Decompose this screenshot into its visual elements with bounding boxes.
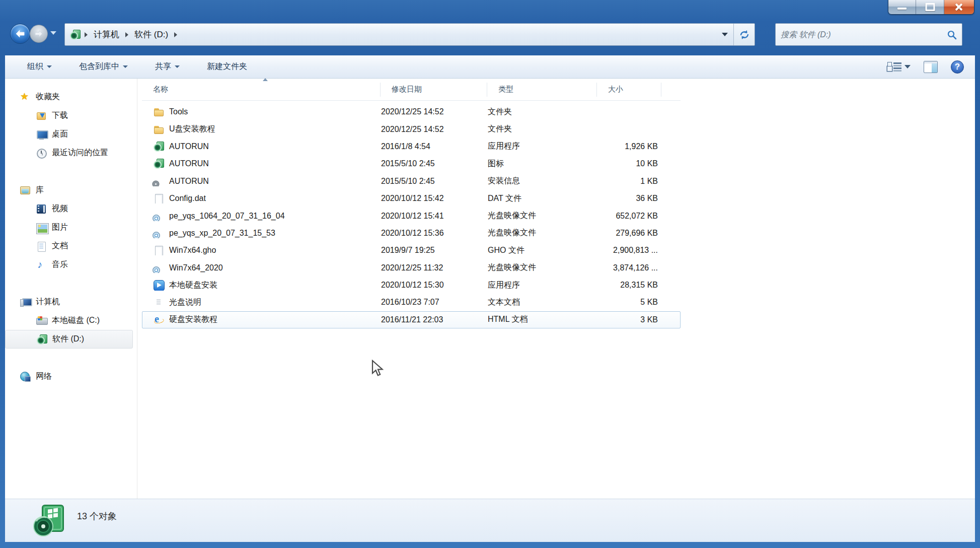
toolbar-items: 组织 包含到库中 共享 新建文件夹 — [5, 58, 252, 75]
file-size: 1 KB — [597, 177, 662, 186]
file-list: 名称 修改日期 类型 大小 — [142, 79, 681, 328]
column-header-label: 名称 — [153, 85, 168, 94]
table-row[interactable]: Tools 2020/12/25 14:52 文件夹 — [142, 103, 681, 120]
toolbar-button[interactable]: 组织 — [22, 58, 57, 75]
sidebar-item[interactable]: 音乐 — [5, 255, 137, 274]
toolbar-button[interactable]: 新建文件夹 — [202, 58, 252, 75]
file-date: 2020/10/12 15:42 — [381, 194, 488, 203]
table-row[interactable]: Win7x64.gho 2019/9/7 19:25 GHO 文件 2,900,… — [142, 242, 681, 259]
sidebar-item[interactable]: 软件 (D:) — [5, 330, 133, 349]
file-date: 2016/1/8 4:54 — [381, 142, 488, 151]
toolbar-button[interactable]: 共享 — [150, 58, 185, 75]
toolbar-button[interactable]: 包含到库中 — [74, 58, 133, 75]
file-name: AUTORUN — [169, 177, 209, 186]
file-date: 2020/12/25 14:52 — [381, 125, 488, 134]
sidebar-item[interactable]: 网络 — [5, 367, 137, 386]
close-button[interactable] — [944, 0, 974, 14]
sidebar-item-icon — [36, 204, 47, 214]
file-type: 图标 — [488, 159, 597, 169]
help-icon[interactable]: ? — [951, 60, 964, 74]
item-count-label: 13 个对象 — [77, 510, 117, 522]
sidebar-item[interactable]: 图片 — [5, 218, 137, 237]
sidebar-item[interactable]: 最近访问的位置 — [5, 144, 137, 162]
sidebar-item[interactable]: 收藏夹 — [5, 88, 137, 106]
sidebar-item-label: 音乐 — [52, 259, 68, 270]
column-header[interactable]: 大小 — [597, 83, 661, 97]
sidebar-item[interactable]: 视频 — [5, 199, 137, 218]
file-name: 本地硬盘安装 — [169, 280, 217, 291]
file-name: U盘安装教程 — [169, 124, 215, 134]
table-row[interactable]: AUTORUN 2015/5/10 2:45 安装信息 1 KB — [142, 173, 681, 190]
file-name: 光盘说明 — [169, 297, 201, 308]
address-bar[interactable]: 计算机 软件 (D:) — [64, 23, 755, 46]
status-bar: 13 个对象 — [5, 499, 975, 542]
file-size: 5 KB — [597, 298, 662, 307]
sidebar-item[interactable]: 本地磁盘 (C:) — [5, 311, 137, 330]
file-type-icon — [154, 228, 164, 238]
sidebar-item[interactable]: 库 — [5, 181, 137, 199]
breadcrumb-arrow-icon — [85, 32, 88, 37]
file-name: 硬盘安装教程 — [169, 314, 217, 325]
preview-pane-button[interactable] — [924, 61, 938, 73]
file-name: AUTORUN — [169, 142, 209, 151]
table-row[interactable]: AUTORUN 2015/5/10 2:45 图标 10 KB — [142, 155, 681, 172]
sidebar-item-label: 计算机 — [36, 297, 60, 307]
file-date: 2020/10/12 15:30 — [381, 281, 488, 290]
file-type: HTML 文档 — [488, 314, 597, 325]
breadcrumb-arrow-icon[interactable] — [174, 32, 177, 37]
breadcrumb-segment[interactable]: 计算机 — [92, 29, 121, 40]
change-view-button[interactable] — [887, 61, 902, 73]
file-type: 光盘映像文件 — [488, 228, 597, 238]
recent-pages-chevron-icon[interactable] — [50, 31, 56, 35]
table-row[interactable]: Config.dat 2020/10/12 15:42 DAT 文件 36 KB — [142, 190, 681, 207]
sidebar-item-label: 本地磁盘 (C:) — [52, 315, 100, 326]
table-row[interactable]: 光盘说明 2016/10/23 7:07 文本文档 5 KB — [142, 294, 681, 311]
file-date: 2020/10/12 15:36 — [381, 229, 488, 238]
view-options-chevron-icon[interactable] — [904, 65, 911, 68]
command-toolbar: 组织 包含到库中 共享 新建文件夹 — [5, 55, 975, 79]
table-row[interactable]: pe_yqs_xp_20_07_31_15_53 2020/10/12 15:3… — [142, 225, 681, 242]
address-dropdown-icon[interactable] — [717, 24, 732, 45]
sort-ascending-icon[interactable] — [263, 78, 268, 81]
file-name: Win7x64.gho — [169, 246, 216, 255]
file-name: pe_yqs_1064_20_07_31_16_04 — [169, 212, 285, 221]
table-row[interactable]: 硬盘安装教程 2016/11/21 22:03 HTML 文档 3 KB — [142, 311, 681, 328]
drive-d-large-icon — [31, 503, 66, 538]
forward-button[interactable] — [30, 25, 48, 43]
sidebar-item-icon — [36, 111, 47, 121]
table-row[interactable]: U盘安装教程 2020/12/25 14:52 文件夹 — [142, 120, 681, 138]
search-input[interactable] — [776, 24, 947, 45]
sidebar-item-label: 视频 — [52, 203, 68, 214]
file-date: 2015/5/10 2:45 — [381, 159, 488, 168]
column-header-label: 大小 — [608, 85, 623, 94]
breadcrumb-segment[interactable]: 软件 (D:) — [132, 29, 170, 40]
file-size: 10 KB — [597, 159, 662, 168]
refresh-button[interactable] — [733, 24, 755, 45]
column-header[interactable]: 类型 — [487, 83, 597, 97]
sidebar-item-icon — [20, 92, 31, 102]
table-row[interactable]: 本地硬盘安装 2020/10/12 15:30 应用程序 28,315 KB — [142, 277, 681, 294]
minimize-button[interactable] — [888, 0, 916, 14]
table-row[interactable]: AUTORUN 2016/1/8 4:54 应用程序 1,926 KB — [142, 138, 681, 155]
sidebar-item[interactable]: 计算机 — [5, 293, 137, 311]
drive-d-icon — [70, 30, 81, 40]
sidebar-item-label: 库 — [36, 185, 44, 195]
file-type: 文件夹 — [488, 107, 597, 117]
table-row[interactable]: pe_yqs_1064_20_07_31_16_04 2020/10/12 15… — [142, 207, 681, 224]
sidebar-item-icon — [36, 241, 47, 251]
sidebar-item[interactable]: 桌面 — [5, 125, 137, 144]
file-type-icon — [154, 176, 164, 186]
column-header[interactable]: 修改日期 — [381, 83, 487, 97]
sidebar-item[interactable]: 文档 — [5, 237, 137, 255]
sidebar-item-icon — [36, 260, 47, 270]
file-type-icon — [154, 263, 164, 273]
search-icon[interactable] — [947, 30, 957, 40]
file-size: 2,900,813 ... — [597, 246, 662, 255]
table-row[interactable]: Win7x64_2020 2020/12/25 11:32 光盘映像文件 3,8… — [142, 259, 681, 277]
file-name: pe_yqs_xp_20_07_31_15_53 — [169, 229, 275, 238]
sidebar-item[interactable]: 下载 — [5, 106, 137, 125]
maximize-button[interactable] — [916, 0, 944, 14]
column-header[interactable]: 名称 — [142, 83, 381, 97]
file-type-icon — [154, 142, 164, 152]
back-button[interactable] — [10, 24, 30, 44]
